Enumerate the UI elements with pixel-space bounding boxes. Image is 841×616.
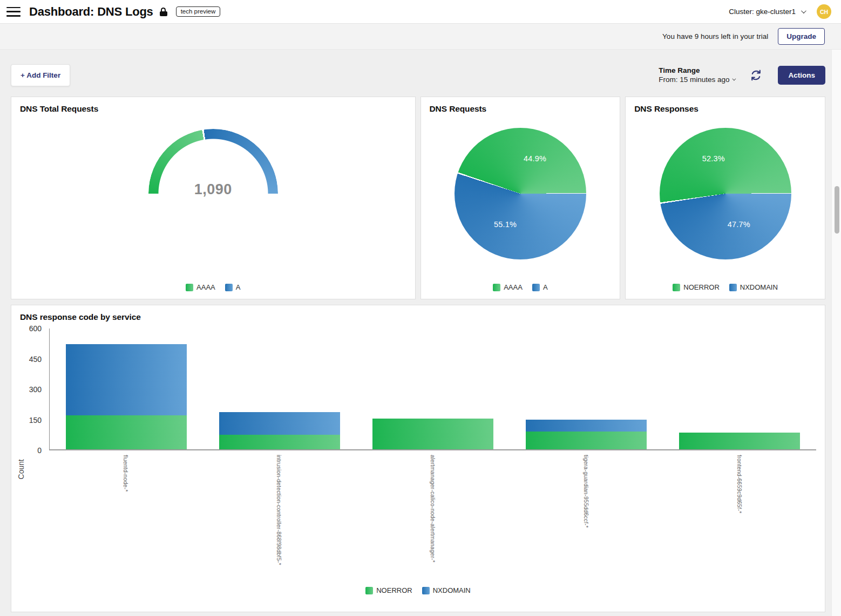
legend-item-noerror[interactable]: NOERROR — [365, 586, 412, 594]
y-axis-ticks: 0150300450600 — [20, 328, 49, 450]
legend-item-a[interactable]: A — [225, 283, 241, 291]
x-axis-category-label: alertmanager-calico-node-alertmanager-* — [430, 455, 436, 563]
bar-segment-nxdomain[interactable] — [219, 412, 340, 435]
legend-swatch-green — [365, 587, 373, 594]
chart-legend: AAAA A — [421, 283, 620, 291]
card-dns-response-code-by-service: DNS response code by service Count 01503… — [11, 305, 825, 612]
y-axis-tick: 150 — [29, 416, 42, 424]
pie-slice-label: 47.7% — [728, 220, 750, 229]
refresh-icon[interactable] — [750, 69, 763, 81]
bar-chart: 0150300450600 fluentd-node-*intrusion-de… — [20, 328, 816, 585]
bar-group[interactable] — [510, 328, 663, 449]
legend-label: NXDOMAIN — [433, 586, 471, 594]
chevron-down-icon — [733, 77, 736, 81]
x-axis-category-label: fluentd-node-* — [123, 455, 129, 492]
legend-label: A — [543, 283, 548, 291]
avatar[interactable]: CH — [817, 4, 831, 19]
x-axis-labels: fluentd-node-*intrusion-detection-contro… — [49, 455, 816, 585]
legend-item-aaaa[interactable]: AAAA — [493, 283, 523, 291]
add-filter-button[interactable]: + Add Filter — [11, 64, 70, 86]
legend-label: AAAA — [196, 283, 215, 291]
card-title: DNS response code by service — [20, 305, 816, 322]
bar-segment-noerror[interactable] — [526, 432, 647, 449]
x-axis-category-label: frontend-6659c9d65f-* — [736, 455, 743, 514]
menu-icon[interactable] — [6, 7, 21, 17]
time-range-control[interactable]: Time Range From: 15 minutes ago — [659, 66, 735, 84]
y-axis-label: Count — [17, 453, 25, 485]
time-range-title: Time Range — [659, 66, 735, 74]
gauge-total-value: 1,090 — [148, 181, 278, 198]
legend-label: AAAA — [504, 283, 523, 291]
y-axis-tick: 450 — [29, 355, 42, 363]
page-title: Dashboard: DNS Logs — [29, 5, 153, 19]
legend-label: NXDOMAIN — [740, 283, 778, 291]
chart-legend: NOERROR NXDOMAIN — [20, 586, 816, 594]
legend-swatch-blue — [729, 284, 737, 291]
cluster-label: Cluster: gke-cluster1 — [729, 8, 796, 16]
legend-item-nxdomain[interactable]: NXDOMAIN — [729, 283, 778, 291]
y-axis-tick: 600 — [29, 325, 42, 332]
pie-slice-label: 44.9% — [524, 154, 546, 163]
top-header: Dashboard: DNS Logs tech preview Cluster… — [0, 0, 841, 24]
legend-label: NOERROR — [683, 283, 719, 291]
pie-chart: 44.9% 55.1% — [455, 128, 586, 259]
legend-swatch-blue — [225, 284, 233, 291]
actions-button[interactable]: Actions — [778, 66, 825, 85]
scrollbar-thumb[interactable] — [835, 186, 839, 234]
y-axis-tick: 0 — [37, 447, 42, 454]
tech-preview-badge: tech preview — [176, 6, 221, 17]
card-dns-requests: DNS Requests 44.9% 55.1% AAAA A — [420, 97, 621, 299]
pie-chart: 52.3% 47.7% — [660, 128, 791, 259]
legend-item-nxdomain[interactable]: NXDOMAIN — [422, 586, 471, 594]
bar-group[interactable] — [356, 328, 510, 449]
bar-segment-nxdomain[interactable] — [526, 420, 647, 432]
time-range-value: From: 15 minutes ago — [659, 76, 729, 84]
bar-plot-area — [49, 328, 816, 450]
bar-segment-noerror[interactable] — [66, 415, 187, 449]
card-title: DNS Responses — [626, 97, 825, 114]
scrollbar-track[interactable] — [831, 50, 841, 616]
cluster-selector[interactable]: Cluster: gke-cluster1 — [729, 8, 805, 16]
trial-message: You have 9 hours left in your trial — [662, 32, 768, 40]
bar-group[interactable] — [203, 328, 356, 449]
legend-item-aaaa[interactable]: AAAA — [186, 283, 215, 291]
chart-legend: AAAA A — [11, 283, 415, 291]
pie-slice-label: 52.3% — [702, 154, 725, 163]
legend-swatch-blue — [532, 284, 540, 291]
chart-legend: NOERROR NXDOMAIN — [626, 283, 825, 291]
legend-swatch-green — [493, 284, 500, 291]
bar-segment-noerror[interactable] — [372, 419, 493, 449]
chevron-down-icon — [801, 8, 806, 13]
lock-icon — [160, 8, 167, 16]
legend-item-noerror[interactable]: NOERROR — [673, 283, 719, 291]
bar-segment-noerror[interactable] — [679, 433, 800, 449]
legend-label: NOERROR — [376, 586, 412, 594]
legend-swatch-green — [673, 284, 680, 291]
legend-item-a[interactable]: A — [532, 283, 548, 291]
bar-segment-noerror[interactable] — [219, 435, 340, 449]
card-dns-responses: DNS Responses 52.3% 47.7% NOERROR NXDOMA… — [625, 97, 825, 299]
trial-banner: You have 9 hours left in your trial Upgr… — [0, 24, 841, 50]
legend-label: A — [236, 283, 241, 291]
bar-group[interactable] — [663, 328, 816, 449]
card-dns-total-requests: DNS Total Requests 1,090 AAAA A — [11, 97, 416, 299]
app-root: Dashboard: DNS Logs tech preview Cluster… — [0, 0, 841, 616]
card-title: DNS Total Requests — [11, 97, 415, 114]
legend-swatch-green — [186, 284, 193, 291]
x-axis-category-label: intrusion-detection-controller-868f98dbf… — [276, 455, 282, 565]
bar-group[interactable] — [50, 328, 203, 449]
x-axis-category-label: tigera-guardian-955dd6ccf-* — [583, 455, 589, 528]
bar-segment-nxdomain[interactable] — [66, 344, 187, 415]
dashboard-content: + Add Filter Time Range From: 15 minutes… — [0, 50, 841, 612]
upgrade-button[interactable]: Upgrade — [778, 28, 825, 45]
pie-slice-label: 55.1% — [494, 220, 517, 229]
legend-swatch-blue — [422, 587, 430, 594]
y-axis-tick: 300 — [29, 386, 42, 393]
card-title: DNS Requests — [421, 97, 620, 114]
filter-toolbar: + Add Filter Time Range From: 15 minutes… — [11, 64, 825, 86]
